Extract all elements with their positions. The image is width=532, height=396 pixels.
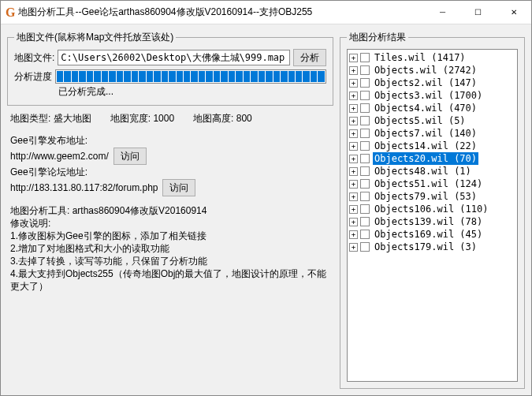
tree-label: Objects3.wil (1700) — [373, 89, 484, 102]
close-button[interactable]: ✕ — [496, 1, 531, 24]
map-height-label: 地图高度: — [193, 113, 233, 124]
forum-url: http://183.131.80.117:82/forum.php — [10, 181, 158, 195]
file-path-input[interactable] — [58, 50, 290, 65]
window-title: 地图分析工具--Gee论坛arthas860904修改版V20160914--支… — [18, 6, 312, 19]
tree-label: Objects2.wil (147) — [373, 77, 478, 89]
tree-checkbox[interactable] — [360, 166, 370, 176]
tree-item[interactable]: +Objects.wil (2742) — [349, 64, 515, 77]
tree-checkbox[interactable] — [360, 217, 370, 226]
analyze-button[interactable]: 分析 — [293, 49, 326, 66]
tree-label: Objects51.wil (124) — [373, 177, 484, 190]
tree-label: Objects4.wil (470) — [373, 102, 478, 114]
expand-icon[interactable]: + — [349, 218, 358, 226]
tree-label: Objects139.wil (78) — [373, 215, 484, 228]
results-group: 地图分析结果 +Tiles.wil (1417)+Objects.wil (27… — [340, 31, 525, 389]
tree-checkbox[interactable] — [360, 242, 370, 252]
expand-icon[interactable]: + — [349, 230, 358, 239]
tree-checkbox[interactable] — [360, 116, 370, 125]
tree-checkbox[interactable] — [360, 192, 370, 201]
tree-checkbox[interactable] — [360, 53, 370, 62]
map-width-label: 地图宽度: — [110, 113, 151, 124]
tool-title: 地图分析工具: arthas860904修改版V20160914 — [10, 204, 330, 217]
desc-title: 修改说明: — [10, 217, 330, 230]
expand-icon[interactable]: + — [349, 117, 358, 125]
desc-line-3: 3.去掉了转换，读写等功能，只保留了分析功能 — [10, 255, 330, 267]
tree-label: Tiles.wil (1417) — [373, 51, 467, 64]
file-label: 地图文件: — [14, 51, 54, 65]
tree-checkbox[interactable] — [360, 179, 370, 189]
tree-label: Objects48.wil (1) — [373, 165, 473, 177]
tree-item[interactable]: +Objects106.wil (110) — [349, 203, 515, 215]
tree-label: Objects7.wil (140) — [373, 127, 478, 140]
publish-title: Gee引擎发布地址: — [10, 133, 330, 148]
tree-checkbox[interactable] — [360, 78, 370, 88]
expand-icon[interactable]: + — [349, 79, 358, 88]
tree-item[interactable]: +Objects7.wil (140) — [349, 127, 515, 140]
expand-icon[interactable]: + — [349, 92, 358, 100]
desc-line-1: 1.修改图标为Gee引擎的图标，添加了相关链接 — [10, 230, 330, 242]
tree-label: Objects5.wil (5) — [373, 114, 467, 127]
map-type-label: 地图类型: — [10, 113, 50, 124]
forum-title: Gee引擎论坛地址: — [10, 165, 330, 179]
minimize-button[interactable]: ─ — [425, 1, 460, 24]
tree-label: Objects.wil (2742) — [373, 64, 478, 77]
tree-item[interactable]: +Objects169.wil (45) — [349, 228, 515, 241]
map-width-value: 1000 — [153, 113, 174, 124]
tree-item[interactable]: +Objects4.wil (470) — [349, 102, 515, 114]
tree-checkbox[interactable] — [360, 141, 370, 151]
progress-label: 分析进度 — [14, 70, 52, 84]
file-group: 地图文件(鼠标将Map文件托放至该处) 地图文件: 分析 分析进度 已分析完成.… — [7, 31, 333, 106]
map-height-value: 800 — [236, 113, 252, 124]
status-text: 已分析完成... — [58, 85, 326, 99]
file-group-legend: 地图文件(鼠标将Map文件托放至该处) — [14, 31, 176, 44]
visit-publish-button[interactable]: 访问 — [113, 148, 147, 165]
progress-bar — [55, 69, 326, 84]
expand-icon[interactable]: + — [349, 180, 358, 189]
tree-label: Objects106.wil (110) — [373, 203, 490, 215]
expand-icon[interactable]: + — [349, 104, 358, 113]
results-legend: 地图分析结果 — [347, 31, 408, 44]
tree-item[interactable]: +Objects2.wil (147) — [349, 77, 515, 89]
app-icon: G — [6, 6, 15, 20]
tree-item[interactable]: +Objects5.wil (5) — [349, 114, 515, 127]
expand-icon[interactable]: + — [349, 142, 358, 151]
tree-label: Objects79.wil (53) — [373, 190, 478, 203]
expand-icon[interactable]: + — [349, 54, 358, 62]
tree-checkbox[interactable] — [360, 103, 370, 113]
tree-item[interactable]: +Objects3.wil (1700) — [349, 89, 515, 102]
tree-item[interactable]: +Objects79.wil (53) — [349, 190, 515, 203]
results-tree[interactable]: +Tiles.wil (1417)+Objects.wil (2742)+Obj… — [347, 49, 518, 382]
maximize-button[interactable]: ☐ — [460, 1, 496, 24]
tree-item[interactable]: +Objects48.wil (1) — [349, 165, 515, 177]
expand-icon[interactable]: + — [349, 243, 358, 252]
titlebar[interactable]: G 地图分析工具--Gee论坛arthas860904修改版V20160914-… — [1, 1, 531, 24]
tree-item[interactable]: +Objects179.wil (3) — [349, 241, 515, 253]
expand-icon[interactable]: + — [349, 167, 358, 176]
tree-label: Objects169.wil (45) — [373, 228, 484, 241]
app-window: G 地图分析工具--Gee论坛arthas860904修改版V20160914-… — [0, 0, 532, 396]
tree-checkbox[interactable] — [360, 91, 370, 100]
desc-line-2: 2.增加了对地图格式和大小的读取功能 — [10, 242, 330, 255]
tree-checkbox[interactable] — [360, 65, 370, 75]
desc-line-4: 4.最大支持到Objects255（传奇地图Obj的最大值了，地图设计的原理，不… — [10, 267, 330, 293]
tree-label: Objects14.wil (22) — [373, 140, 478, 152]
expand-icon[interactable]: + — [349, 155, 358, 163]
tree-item[interactable]: +Objects139.wil (78) — [349, 215, 515, 228]
expand-icon[interactable]: + — [349, 66, 358, 75]
tree-checkbox[interactable] — [360, 230, 370, 239]
tree-item[interactable]: +Tiles.wil (1417) — [349, 51, 515, 64]
tree-item[interactable]: +Objects20.wil (70) — [349, 152, 515, 165]
expand-icon[interactable]: + — [349, 129, 358, 138]
map-type-value: 盛大地图 — [54, 113, 91, 124]
visit-forum-button[interactable]: 访问 — [162, 179, 195, 196]
publish-url: http://www.geem2.com/ — [10, 149, 109, 163]
tree-label: Objects179.wil (3) — [373, 241, 478, 253]
tree-checkbox[interactable] — [360, 154, 370, 163]
tree-item[interactable]: +Objects14.wil (22) — [349, 140, 515, 152]
tree-checkbox[interactable] — [360, 129, 370, 138]
tree-label: Objects20.wil (70) — [373, 152, 478, 165]
tree-item[interactable]: +Objects51.wil (124) — [349, 177, 515, 190]
expand-icon[interactable]: + — [349, 205, 358, 214]
tree-checkbox[interactable] — [360, 204, 370, 214]
expand-icon[interactable]: + — [349, 192, 358, 201]
